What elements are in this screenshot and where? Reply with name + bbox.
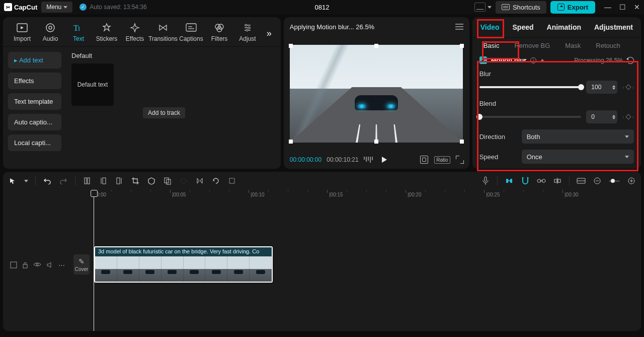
sidebar-item-text-template[interactable]: Text template: [8, 93, 61, 110]
blend-keyframe-nav[interactable]: ‹›: [622, 114, 634, 120]
resize-handle[interactable]: [460, 140, 464, 144]
tab-effects[interactable]: Effects: [121, 20, 149, 46]
resize-handle[interactable]: [289, 140, 293, 144]
subtab-retouch[interactable]: Retouch: [592, 39, 624, 52]
motion-blur-toggle[interactable]: ✓: [479, 56, 487, 64]
blur-label: Blur: [479, 70, 634, 78]
collapse-icon[interactable]: [540, 59, 544, 61]
pencil-icon: ✎: [78, 257, 85, 265]
blur-keyframe-nav[interactable]: ‹›: [622, 85, 634, 90]
preview-viewport[interactable]: [290, 45, 463, 143]
speed-select[interactable]: Once: [522, 150, 634, 164]
magnet-aux-button[interactable]: [521, 176, 530, 185]
ratio-button[interactable]: Ratio: [434, 156, 450, 164]
track-more-icon[interactable]: ⋯: [58, 261, 66, 269]
blend-slider[interactable]: [479, 116, 582, 118]
zoom-slider[interactable]: [609, 180, 620, 182]
resize-handle[interactable]: [460, 44, 464, 48]
tab-speed[interactable]: Speed: [512, 18, 535, 36]
effects-icon: [129, 22, 140, 33]
window-maximize-button[interactable]: ☐: [619, 3, 626, 11]
play-button[interactable]: [382, 157, 387, 163]
fullscreen-button[interactable]: [456, 156, 463, 163]
link-button[interactable]: [537, 176, 546, 185]
svg-rect-26: [229, 178, 234, 183]
text-presets-grid: Default Default text Add to track: [66, 47, 281, 169]
resize-handle[interactable]: [374, 44, 378, 48]
tab-adjust[interactable]: Adjust: [233, 20, 262, 46]
track-visibility-icon[interactable]: [33, 261, 41, 269]
shortcuts-button[interactable]: Shortcuts: [496, 1, 546, 14]
sidebar-item-auto-captions[interactable]: Auto captio...: [8, 114, 61, 130]
chevron-down-icon: [625, 156, 629, 158]
resize-handle[interactable]: [289, 44, 293, 48]
chevron-down-icon: [488, 6, 492, 9]
window-close-button[interactable]: ✕: [634, 3, 640, 11]
timeline-ruler[interactable]: 00:00 |00:05 |00:10 |00:15 |00:20 |00:25…: [92, 190, 641, 202]
zoom-in-button[interactable]: [627, 176, 636, 185]
record-button[interactable]: [179, 176, 188, 185]
resize-handle[interactable]: [374, 140, 378, 144]
preset-default-text[interactable]: Default text: [71, 63, 114, 106]
svg-point-12: [245, 24, 247, 26]
trim-left-button[interactable]: [99, 176, 108, 185]
info-icon[interactable]: i: [530, 57, 536, 63]
tab-filters[interactable]: Filters: [205, 20, 233, 46]
duplicate-button[interactable]: [163, 176, 172, 185]
blend-value-input[interactable]: 0: [586, 110, 617, 123]
video-clip[interactable]: 3d model of black futuristic car on the …: [94, 246, 273, 283]
direction-select[interactable]: Both: [522, 129, 634, 144]
subtab-basic[interactable]: Basic: [479, 39, 504, 52]
transitions-icon: [157, 22, 169, 33]
export-button[interactable]: Export: [550, 1, 595, 14]
align-button[interactable]: [553, 176, 562, 185]
mask-shape-button[interactable]: [147, 176, 156, 185]
mic-button[interactable]: [481, 176, 490, 185]
track-mute-icon[interactable]: [46, 261, 53, 269]
safe-zone-button[interactable]: [420, 156, 428, 164]
pointer-menu[interactable]: [24, 180, 28, 182]
track-settings-icon[interactable]: [10, 261, 17, 269]
subtab-mask[interactable]: Mask: [561, 39, 585, 52]
preview-cache-button[interactable]: [577, 176, 586, 185]
blur-slider[interactable]: [479, 86, 582, 88]
crop-button[interactable]: [131, 176, 140, 185]
trim-right-button[interactable]: [115, 176, 124, 185]
mirror-button[interactable]: [195, 176, 204, 185]
tab-captions[interactable]: Captions: [177, 20, 205, 46]
preview-menu-button[interactable]: [455, 24, 463, 30]
sidebar-item-add-text[interactable]: Add text: [8, 52, 61, 69]
track-lock-icon[interactable]: [22, 261, 28, 269]
playhead[interactable]: [94, 191, 94, 331]
tab-stickers[interactable]: Stickers: [93, 20, 121, 46]
subtab-remove-bg[interactable]: Remove BG: [510, 39, 554, 52]
tab-transitions[interactable]: Transitions: [149, 20, 177, 46]
timecode-current: 00:00:00:00: [290, 156, 321, 163]
refresh-icon[interactable]: [627, 57, 634, 64]
menu-button[interactable]: Menu: [41, 2, 72, 13]
tab-animation[interactable]: Animation: [546, 18, 582, 36]
window-minimize-button[interactable]: —: [604, 3, 611, 11]
cover-button[interactable]: ✎ Cover: [73, 254, 90, 275]
tab-adjustment[interactable]: Adjustment: [593, 18, 634, 36]
svg-rect-17: [85, 178, 87, 184]
layout-preset-button[interactable]: [474, 3, 492, 12]
tab-text[interactable]: TI Text: [64, 20, 93, 46]
tabs-more-button[interactable]: »: [263, 24, 276, 43]
split-button[interactable]: [83, 176, 92, 185]
tab-video[interactable]: Video: [479, 18, 501, 36]
freeze-button[interactable]: [227, 176, 236, 185]
zoom-out-button[interactable]: [593, 176, 602, 185]
undo-button[interactable]: [43, 176, 52, 185]
blur-value-input[interactable]: 100: [586, 81, 617, 94]
rotate-button[interactable]: [211, 176, 220, 185]
sidebar-item-local-captions[interactable]: Local capti...: [8, 134, 61, 151]
sidebar-item-effects[interactable]: Effects: [8, 73, 61, 89]
pointer-tool[interactable]: [8, 176, 17, 185]
timeline[interactable]: 00:00 |00:05 |00:10 |00:15 |00:20 |00:25…: [3, 190, 641, 331]
magnet-main-button[interactable]: [505, 176, 514, 185]
redo-button[interactable]: [59, 176, 68, 185]
tool-tabs: Import Audio TI Text Stickers Effects Tr…: [3, 17, 281, 47]
tab-import[interactable]: Import: [8, 20, 36, 46]
tab-audio[interactable]: Audio: [36, 20, 64, 46]
